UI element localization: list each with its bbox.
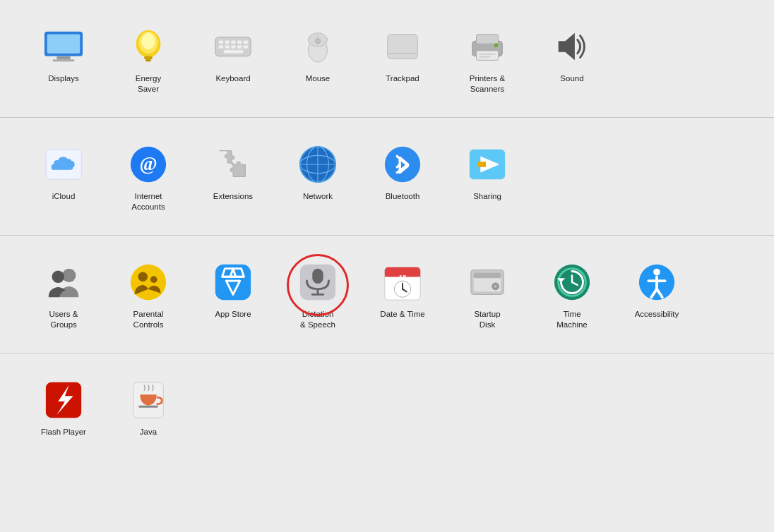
pref-item-displays[interactable]: Displays (21, 17, 106, 90)
hardware-row: Displays EnergySaver (21, 17, 614, 100)
svg-marker-34 (559, 33, 575, 61)
svg-rect-12 (225, 40, 230, 44)
pref-item-parental-controls[interactable]: ParentalControls (106, 253, 191, 336)
system-preferences: Displays EnergySaver (0, 0, 774, 532)
pref-item-accessibility[interactable]: Accessibility (614, 253, 699, 325)
pref-item-sharing[interactable]: Sharing (445, 135, 530, 207)
parental-controls-label: ParentalControls (133, 309, 164, 330)
svg-rect-20 (244, 45, 249, 49)
sharing-label: Sharing (473, 191, 501, 202)
app-store-icon (212, 261, 254, 303)
icloud-icon (42, 143, 85, 186)
internet-accounts-icon: @ (127, 143, 169, 186)
svg-text:@: @ (139, 153, 157, 174)
svg-rect-16 (219, 45, 224, 49)
keyboard-icon (212, 25, 254, 68)
pref-item-bluetooth[interactable]: Bluetooth (360, 135, 445, 207)
svg-rect-32 (479, 56, 489, 58)
pref-item-sound[interactable]: Sound (530, 17, 614, 90)
dictation-label: Dictation& Speech (300, 309, 335, 330)
dictation-icon (297, 261, 339, 303)
svg-rect-18 (231, 45, 236, 49)
svg-point-78 (653, 268, 660, 275)
accessibility-label: Accessibility (635, 309, 679, 320)
mouse-icon (297, 25, 339, 68)
pref-item-dictation[interactable]: Dictation& Speech (275, 253, 360, 336)
pref-item-trackpad[interactable]: Trackpad (360, 17, 445, 90)
pref-item-energy-saver[interactable]: EnergySaver (106, 17, 191, 100)
energy-saver-label: EnergySaver (136, 73, 161, 95)
internet-row: iCloud @ InternetAccounts (21, 135, 530, 218)
svg-point-48 (62, 268, 76, 282)
parental-controls-icon (127, 261, 169, 303)
pref-item-extensions[interactable]: Extensions (191, 135, 275, 207)
displays-icon (42, 25, 85, 68)
java-label: Java (140, 427, 157, 437)
other-section: Flash Player (0, 353, 774, 532)
hardware-section: Displays EnergySaver (0, 0, 774, 118)
pref-item-icloud[interactable]: iCloud (21, 135, 106, 207)
svg-rect-8 (145, 59, 151, 61)
sharing-icon (466, 143, 508, 186)
svg-point-71 (494, 285, 497, 288)
svg-point-52 (150, 276, 157, 283)
pref-item-keyboard[interactable]: Keyboard (191, 17, 275, 90)
keyboard-label: Keyboard (215, 73, 250, 84)
mouse-label: Mouse (306, 73, 331, 84)
startup-disk-label: StartupDisk (474, 309, 500, 330)
pref-item-flash-player[interactable]: Flash Player (21, 370, 106, 443)
svg-point-44 (385, 147, 420, 182)
printers-icon (466, 25, 508, 68)
trackpad-icon (381, 25, 424, 68)
svg-text:18: 18 (399, 273, 407, 281)
svg-rect-11 (219, 40, 224, 44)
svg-point-51 (138, 272, 148, 282)
svg-rect-29 (477, 35, 499, 44)
extensions-icon (212, 143, 254, 186)
pref-item-printers[interactable]: Printers &Scanners (445, 17, 530, 100)
svg-rect-21 (223, 50, 243, 54)
bluetooth-label: Bluetooth (386, 191, 420, 202)
network-icon (297, 143, 339, 186)
java-icon (127, 379, 169, 421)
svg-rect-31 (479, 54, 495, 55)
startup-disk-icon (466, 261, 508, 303)
sound-icon (551, 25, 593, 68)
pref-item-network[interactable]: Network (275, 135, 360, 207)
internet-section: iCloud @ InternetAccounts (0, 118, 774, 236)
app-store-label: App Store (215, 309, 251, 320)
pref-item-users-groups[interactable]: Users &Groups (21, 253, 106, 336)
network-label: Network (303, 191, 333, 202)
flash-player-icon (42, 379, 85, 421)
pref-item-app-store[interactable]: App Store (191, 253, 275, 325)
pref-item-internet-accounts[interactable]: @ InternetAccounts (106, 135, 191, 218)
date-time-label: Date & Time (380, 309, 424, 320)
time-machine-icon (551, 261, 593, 303)
pref-item-java[interactable]: Java (106, 370, 191, 443)
svg-rect-7 (144, 56, 153, 60)
svg-point-50 (131, 265, 166, 300)
icloud-label: iCloud (52, 191, 76, 202)
pref-item-startup-disk[interactable]: StartupDisk (445, 253, 530, 336)
svg-rect-1 (47, 35, 80, 54)
flash-player-label: Flash Player (41, 427, 86, 437)
svg-rect-2 (56, 56, 70, 60)
other-row: Flash Player (21, 370, 191, 515)
svg-point-6 (141, 33, 155, 49)
time-machine-label: TimeMachine (556, 309, 587, 330)
pref-item-mouse[interactable]: Mouse (275, 17, 360, 90)
svg-rect-26 (388, 35, 418, 59)
svg-point-33 (494, 43, 499, 47)
pref-item-time-machine[interactable]: TimeMachine (530, 253, 614, 336)
displays-label: Displays (48, 73, 78, 84)
svg-point-49 (52, 270, 64, 282)
system-section: Users &Groups ParentalControls (0, 236, 774, 353)
pref-item-date-time[interactable]: 18 Date & Time (360, 253, 445, 325)
bluetooth-icon (381, 143, 424, 186)
users-groups-icon (42, 261, 85, 303)
svg-rect-82 (138, 405, 157, 407)
printers-label: Printers &Scanners (470, 73, 506, 95)
svg-rect-15 (244, 40, 249, 44)
svg-rect-19 (237, 45, 242, 49)
svg-rect-14 (237, 40, 242, 44)
